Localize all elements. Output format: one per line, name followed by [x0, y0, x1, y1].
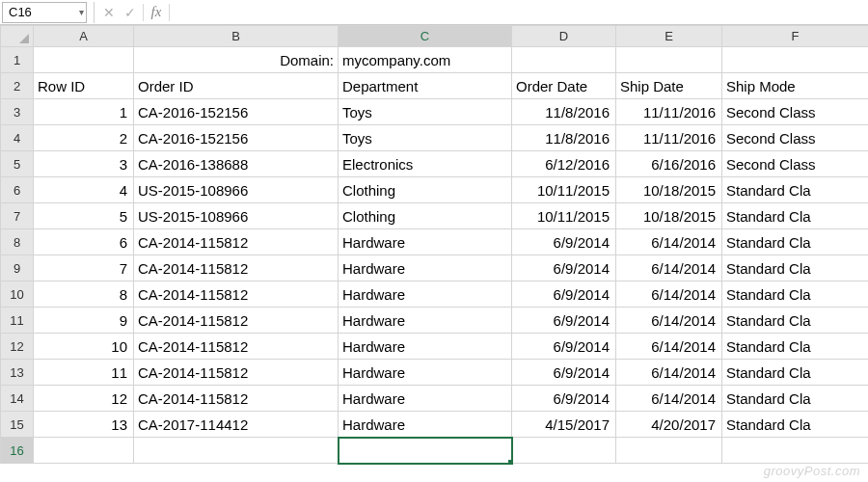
cell-F9[interactable]: Standard Cla	[722, 255, 869, 281]
cell-B15[interactable]: CA-2017-114412	[134, 412, 339, 438]
cell-D6[interactable]: 10/11/2015	[512, 177, 616, 203]
row-header-15[interactable]: 15	[1, 412, 34, 438]
col-header-C[interactable]: C	[339, 26, 512, 47]
cell-D9[interactable]: 6/9/2014	[512, 255, 616, 281]
cell-A5[interactable]: 3	[34, 151, 134, 177]
col-header-B[interactable]: B	[134, 26, 339, 47]
cell-B4[interactable]: CA-2016-152156	[134, 125, 339, 151]
cell-B2[interactable]: Order ID	[134, 73, 339, 99]
cell-A11[interactable]: 9	[34, 308, 134, 334]
cancel-button[interactable]: ✕	[98, 2, 120, 23]
cell-A13[interactable]: 11	[34, 360, 134, 386]
name-box[interactable]: C16 ▾	[2, 2, 87, 23]
cell-E13[interactable]: 6/14/2014	[616, 360, 722, 386]
cell-F4[interactable]: Second Class	[722, 125, 869, 151]
cell-D7[interactable]: 10/11/2015	[512, 203, 616, 229]
cell-A3[interactable]: 1	[34, 99, 134, 125]
cell-C15[interactable]: Hardware	[339, 412, 512, 438]
cell-F16[interactable]	[722, 438, 869, 464]
col-header-D[interactable]: D	[512, 26, 616, 47]
cell-E2[interactable]: Ship Date	[616, 73, 722, 99]
cell-B1[interactable]: Domain:	[134, 47, 339, 73]
cell-B8[interactable]: CA-2014-115812	[134, 229, 339, 255]
cell-D12[interactable]: 6/9/2014	[512, 334, 616, 360]
chevron-down-icon[interactable]: ▾	[79, 7, 84, 17]
cell-E16[interactable]	[616, 438, 722, 464]
cell-B14[interactable]: CA-2014-115812	[134, 386, 339, 412]
cell-E5[interactable]: 6/16/2016	[616, 151, 722, 177]
row-header-6[interactable]: 6	[1, 177, 34, 203]
cell-D14[interactable]: 6/9/2014	[512, 386, 616, 412]
row-header-2[interactable]: 2	[1, 73, 34, 99]
cell-F6[interactable]: Standard Cla	[722, 177, 869, 203]
cell-E6[interactable]: 10/18/2015	[616, 177, 722, 203]
cell-C16[interactable]	[339, 438, 512, 464]
cell-C3[interactable]: Toys	[339, 99, 512, 125]
row-header-5[interactable]: 5	[1, 151, 34, 177]
cell-D13[interactable]: 6/9/2014	[512, 360, 616, 386]
col-header-F[interactable]: F	[722, 26, 869, 47]
cell-B3[interactable]: CA-2016-152156	[134, 99, 339, 125]
row-header-9[interactable]: 9	[1, 255, 34, 281]
cell-F12[interactable]: Standard Cla	[722, 334, 869, 360]
cell-B13[interactable]: CA-2014-115812	[134, 360, 339, 386]
insert-function-button[interactable]: fx	[146, 2, 167, 23]
cell-B6[interactable]: US-2015-108966	[134, 177, 339, 203]
cell-D3[interactable]: 11/8/2016	[512, 99, 616, 125]
cell-E15[interactable]: 4/20/2017	[616, 412, 722, 438]
cell-A10[interactable]: 8	[34, 281, 134, 308]
row-header-8[interactable]: 8	[1, 229, 34, 255]
cell-E7[interactable]: 10/18/2015	[616, 203, 722, 229]
cell-D8[interactable]: 6/9/2014	[512, 229, 616, 255]
cell-E1[interactable]	[616, 47, 722, 73]
cell-B12[interactable]: CA-2014-115812	[134, 334, 339, 360]
cell-A16[interactable]	[34, 438, 134, 464]
cell-A8[interactable]: 6	[34, 229, 134, 255]
cell-B16[interactable]	[134, 438, 339, 464]
row-header-11[interactable]: 11	[1, 308, 34, 334]
cell-A4[interactable]: 2	[34, 125, 134, 151]
cell-D16[interactable]	[512, 438, 616, 464]
cell-F10[interactable]: Standard Cla	[722, 281, 869, 308]
cell-F15[interactable]: Standard Cla	[722, 412, 869, 438]
cell-C5[interactable]: Electronics	[339, 151, 512, 177]
cell-A7[interactable]: 5	[34, 203, 134, 229]
cell-B7[interactable]: US-2015-108966	[134, 203, 339, 229]
cell-C1[interactable]: mycompany.com	[339, 47, 512, 73]
cell-C10[interactable]: Hardware	[339, 281, 512, 308]
cell-E11[interactable]: 6/14/2014	[616, 308, 722, 334]
cell-C12[interactable]: Hardware	[339, 334, 512, 360]
row-header-12[interactable]: 12	[1, 334, 34, 360]
row-header-7[interactable]: 7	[1, 203, 34, 229]
cell-B9[interactable]: CA-2014-115812	[134, 255, 339, 281]
cell-D11[interactable]: 6/9/2014	[512, 308, 616, 334]
cell-A2[interactable]: Row ID	[34, 73, 134, 99]
row-header-4[interactable]: 4	[1, 125, 34, 151]
cell-D1[interactable]	[512, 47, 616, 73]
cell-C6[interactable]: Clothing	[339, 177, 512, 203]
cell-F5[interactable]: Second Class	[722, 151, 869, 177]
cell-B10[interactable]: CA-2014-115812	[134, 281, 339, 308]
cell-E3[interactable]: 11/11/2016	[616, 99, 722, 125]
cell-C14[interactable]: Hardware	[339, 386, 512, 412]
cell-C7[interactable]: Clothing	[339, 203, 512, 229]
cell-E4[interactable]: 11/11/2016	[616, 125, 722, 151]
cell-A15[interactable]: 13	[34, 412, 134, 438]
cell-F11[interactable]: Standard Cla	[722, 308, 869, 334]
row-header-10[interactable]: 10	[1, 281, 34, 308]
cell-B5[interactable]: CA-2016-138688	[134, 151, 339, 177]
cell-C8[interactable]: Hardware	[339, 229, 512, 255]
row-header-3[interactable]: 3	[1, 99, 34, 125]
cell-C2[interactable]: Department	[339, 73, 512, 99]
cell-F8[interactable]: Standard Cla	[722, 229, 869, 255]
cell-D10[interactable]: 6/9/2014	[512, 281, 616, 308]
cell-C13[interactable]: Hardware	[339, 360, 512, 386]
cell-F13[interactable]: Standard Cla	[722, 360, 869, 386]
confirm-button[interactable]: ✓	[120, 2, 141, 23]
cell-D15[interactable]: 4/15/2017	[512, 412, 616, 438]
cell-F3[interactable]: Second Class	[722, 99, 869, 125]
col-header-A[interactable]: A	[34, 26, 134, 47]
cell-F14[interactable]: Standard Cla	[722, 386, 869, 412]
cell-B11[interactable]: CA-2014-115812	[134, 308, 339, 334]
cell-A12[interactable]: 10	[34, 334, 134, 360]
